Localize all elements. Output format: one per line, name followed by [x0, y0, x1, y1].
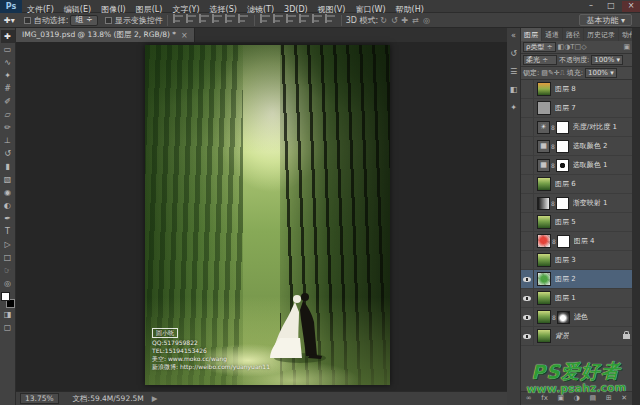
- layer-row[interactable]: 图层 3: [521, 251, 632, 270]
- align-icon[interactable]: [199, 14, 210, 24]
- align-icon[interactable]: [173, 14, 184, 24]
- distribute-icon[interactable]: [273, 14, 284, 24]
- move-tool[interactable]: ✚: [1, 30, 15, 43]
- history-panel-icon[interactable]: ↺: [510, 49, 517, 58]
- layer-row[interactable]: 图层 7: [521, 99, 632, 118]
- visibility-toggle[interactable]: [521, 270, 534, 289]
- eyedropper-tool[interactable]: ✐: [1, 95, 15, 108]
- 3d-drag-icon[interactable]: ✚: [402, 16, 409, 25]
- styles-panel-icon[interactable]: ✦: [510, 103, 517, 112]
- align-icon[interactable]: [212, 14, 223, 24]
- layer-row[interactable]: 图层 2: [521, 270, 632, 289]
- marquee-tool[interactable]: ▭: [1, 43, 15, 56]
- 3d-slide-icon[interactable]: ⇄: [412, 16, 419, 25]
- healing-brush-tool[interactable]: ▱: [1, 108, 15, 121]
- delete-layer-icon[interactable]: ✕: [621, 394, 627, 402]
- add-mask-icon[interactable]: ▣: [558, 394, 565, 402]
- dodge-tool[interactable]: ◐: [1, 199, 15, 212]
- layer-row[interactable]: ▦8选取颜色 2: [521, 137, 632, 156]
- zoom-level-field[interactable]: 13.75%: [20, 393, 59, 404]
- visibility-toggle[interactable]: [521, 251, 534, 270]
- layer-row[interactable]: ☀8亮度/对比度 1: [521, 118, 632, 137]
- type-tool[interactable]: T: [1, 225, 15, 238]
- layer-row[interactable]: 8图层 4: [521, 232, 632, 251]
- layer-row[interactable]: 8渐变映射 1: [521, 194, 632, 213]
- 3d-scale-icon[interactable]: ◎: [423, 16, 430, 25]
- visibility-toggle[interactable]: [521, 194, 534, 213]
- history-brush-tool[interactable]: ↺: [1, 147, 15, 160]
- brush-tool[interactable]: ✏: [1, 121, 15, 134]
- document-tab[interactable]: IMG_0319.psd @ 13.8% (图层 2, RGB/8) * ×: [16, 28, 195, 42]
- shape-tool[interactable]: □: [1, 251, 15, 264]
- link-layers-icon[interactable]: ∞: [526, 394, 532, 402]
- visibility-toggle[interactable]: [521, 118, 534, 137]
- visibility-toggle[interactable]: [521, 99, 534, 118]
- new-adjustment-icon[interactable]: ◑: [574, 394, 580, 402]
- fill-field[interactable]: 100% ▾: [585, 68, 617, 78]
- current-tool-icon[interactable]: ✚▾: [0, 16, 19, 25]
- distribute-icon[interactable]: [325, 14, 336, 24]
- layer-effects-icon[interactable]: fx: [541, 394, 548, 402]
- clone-stamp-tool[interactable]: ⊥: [1, 134, 15, 147]
- align-icon[interactable]: [238, 14, 249, 24]
- visibility-toggle[interactable]: [521, 327, 534, 346]
- quick-selection-tool[interactable]: ✦: [1, 69, 15, 82]
- 3d-roll-icon[interactable]: ↺: [391, 16, 398, 25]
- tab-历史记录[interactable]: 历史记录: [584, 28, 618, 41]
- gradient-tool[interactable]: ▧: [1, 173, 15, 186]
- visibility-toggle[interactable]: [521, 232, 534, 251]
- new-layer-icon[interactable]: ⊞: [606, 394, 612, 402]
- align-icon[interactable]: [225, 14, 236, 24]
- visibility-toggle[interactable]: [521, 156, 534, 175]
- visibility-toggle[interactable]: [521, 289, 534, 308]
- path-selection-tool[interactable]: ▷: [1, 238, 15, 251]
- distribute-icon[interactable]: [286, 14, 297, 24]
- workspace-switcher-button[interactable]: 基本功能 ▾: [579, 14, 632, 26]
- lasso-tool[interactable]: ∿: [1, 56, 15, 69]
- quick-mask-icon[interactable]: ◨: [1, 308, 15, 321]
- status-options-arrow-icon[interactable]: ▶: [152, 394, 158, 403]
- filter-kind-dropdown[interactable]: ρ类型 ÷: [523, 42, 556, 52]
- adjustments-panel-icon[interactable]: ◧: [510, 85, 518, 94]
- show-transform-checkbox[interactable]: [105, 17, 112, 24]
- lock-all-icon[interactable]: ⎍: [560, 69, 565, 77]
- auto-select-dropdown[interactable]: 组 ÷: [70, 15, 97, 26]
- new-group-icon[interactable]: ▤: [590, 394, 597, 402]
- crop-tool[interactable]: #: [1, 82, 15, 95]
- expand-panels-icon[interactable]: «: [511, 31, 516, 40]
- maximize-button[interactable]: □: [602, 1, 620, 12]
- visibility-toggle[interactable]: [521, 175, 534, 194]
- layer-row[interactable]: ▦8选取颜色 1: [521, 156, 632, 175]
- lock-transparency-icon[interactable]: ▨: [541, 69, 548, 77]
- layer-row[interactable]: 背景: [521, 327, 632, 346]
- zoom-tool[interactable]: ◎: [1, 277, 15, 290]
- visibility-toggle[interactable]: [521, 213, 534, 232]
- blend-mode-dropdown[interactable]: 柔光 ÷: [523, 55, 557, 65]
- tab-close-icon[interactable]: ×: [181, 31, 188, 40]
- 3d-rotate-icon[interactable]: ↻: [380, 16, 387, 25]
- hand-tool[interactable]: ☞: [1, 264, 15, 277]
- filter-toggle-icon[interactable]: ▣: [623, 43, 630, 51]
- layer-row[interactable]: 图层 8: [521, 80, 632, 99]
- pen-tool[interactable]: ✒: [1, 212, 15, 225]
- screen-mode-icon[interactable]: ▢: [1, 321, 15, 334]
- layer-row[interactable]: 8滤色: [521, 308, 632, 327]
- canvas[interactable]: 圆小晓 QQ:517959822TEL:15194153426美空: www.m…: [16, 42, 507, 391]
- tab-图层[interactable]: 图层: [521, 28, 541, 41]
- close-button[interactable]: ×: [622, 1, 640, 12]
- distribute-icon[interactable]: [312, 14, 323, 24]
- foreground-color-swatch[interactable]: [1, 292, 10, 301]
- filter-smart-objects-icon[interactable]: ◇: [581, 43, 586, 51]
- visibility-toggle[interactable]: [521, 308, 534, 327]
- tab-路径[interactable]: 路径: [563, 28, 583, 41]
- minimize-button[interactable]: –: [582, 1, 600, 12]
- align-icon[interactable]: [186, 14, 197, 24]
- distribute-icon[interactable]: [299, 14, 310, 24]
- tab-通道[interactable]: 通道: [542, 28, 562, 41]
- eraser-tool[interactable]: ▮: [1, 160, 15, 173]
- blur-tool[interactable]: ◉: [1, 186, 15, 199]
- visibility-toggle[interactable]: [521, 80, 534, 99]
- opacity-field[interactable]: 100% ▾: [591, 55, 623, 65]
- auto-select-checkbox[interactable]: [24, 17, 31, 24]
- photo-wedding-avenue[interactable]: 圆小晓 QQ:517959822TEL:15194153426美空: www.m…: [145, 45, 390, 385]
